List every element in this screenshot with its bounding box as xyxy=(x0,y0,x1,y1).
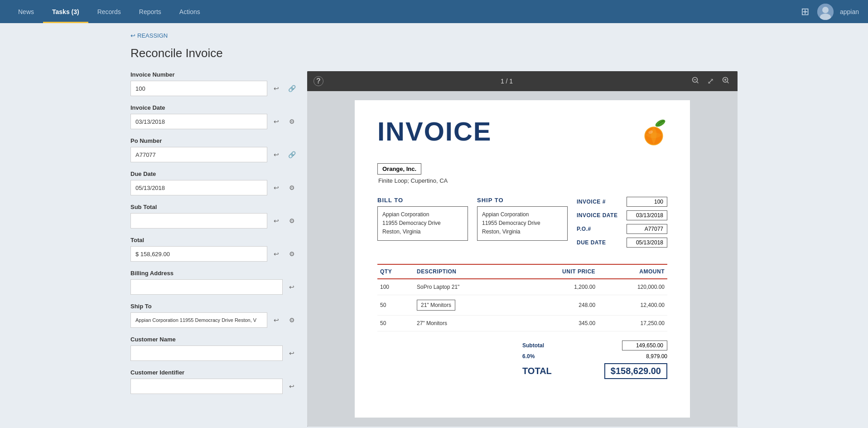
company-name: Orange, Inc. xyxy=(377,163,421,175)
po-number-input[interactable] xyxy=(130,147,267,162)
po-number-arrow-btn[interactable]: ↩ xyxy=(270,148,283,161)
due-date-label: Due Date xyxy=(130,170,298,177)
svg-point-10 xyxy=(654,118,666,128)
total-input[interactable] xyxy=(130,246,267,262)
total-gear-btn[interactable]: ⚙ xyxy=(285,248,298,260)
reassign-icon: ↩ xyxy=(130,32,135,39)
table-row: 50 21" Monitors 248.00 12,400.00 xyxy=(377,295,667,316)
meta-po: P.O.# A77077 xyxy=(577,224,667,234)
svg-line-5 xyxy=(697,82,698,83)
customer-identifier-row: ↩ xyxy=(130,379,298,394)
invoice-number-link-btn[interactable]: 🔗 xyxy=(285,82,298,95)
ship-to-label: Ship To xyxy=(130,303,298,310)
col-unit-price: UNIT PRICE xyxy=(516,264,598,279)
page-container: ↩ REASSIGN Reconcile Invoice Invoice Num… xyxy=(117,23,751,428)
sub-total-arrow-btn[interactable]: ↩ xyxy=(270,214,283,227)
row2-amount: 12,400.00 xyxy=(598,295,667,316)
col-description: DESCRIPTION xyxy=(414,264,516,279)
po-number-link-btn[interactable]: 🔗 xyxy=(285,148,298,161)
row2-description: 21" Monitors xyxy=(414,295,516,316)
meta-invoice-num-label: INVOICE # xyxy=(577,199,606,205)
bill-to-line2: 11955 Democracy Drive xyxy=(382,219,463,228)
po-number-label: Po Number xyxy=(130,137,298,144)
grid-icon[interactable]: ⊞ xyxy=(799,4,811,19)
po-number-field: Po Number ↩ 🔗 xyxy=(130,137,298,162)
nav-item-records[interactable]: Records xyxy=(88,0,130,23)
meta-po-value: A77077 xyxy=(627,224,667,234)
ship-to-gear-btn[interactable]: ⚙ xyxy=(285,314,298,326)
tax-row: 6.0% 8,979.00 xyxy=(522,353,667,360)
nav-item-actions[interactable]: Actions xyxy=(170,0,209,23)
ship-to-input[interactable] xyxy=(130,312,267,328)
table-row: 50 27" Monitors 345.00 17,250.00 xyxy=(377,316,667,331)
pdf-content[interactable]: INVOICE xyxy=(307,91,738,427)
customer-name-field: Customer Name ↩ xyxy=(130,336,298,361)
customer-name-arrow-btn[interactable]: ↩ xyxy=(285,347,298,360)
customer-identifier-input[interactable] xyxy=(130,379,283,394)
row1-unit-price: 1,200.00 xyxy=(516,279,598,295)
invoice-date-gear-btn[interactable]: ⚙ xyxy=(285,115,298,128)
sub-total-input[interactable] xyxy=(130,213,267,229)
grand-total-row: TOTAL $158,629.00 xyxy=(522,363,667,379)
company-address: Finite Loop; Cupertino, CA xyxy=(377,177,667,184)
bill-to-address: Appian Corporation 11955 Democracy Drive… xyxy=(377,206,468,241)
pdf-help-btn[interactable]: ? xyxy=(313,76,323,86)
ship-to-column: SHIP TO Appian Corporation 11955 Democra… xyxy=(477,197,568,241)
invoice-date-input[interactable] xyxy=(130,114,267,129)
items-table-body: 100 SoPro Laptop 21" 1,200.00 120,000.00… xyxy=(377,279,667,331)
avatar[interactable] xyxy=(817,4,834,20)
billing-address-label: Billing Address xyxy=(130,270,298,277)
pdf-toolbar-right: ⤢ xyxy=(690,74,731,88)
row1-amount: 120,000.00 xyxy=(598,279,667,295)
customer-name-input[interactable] xyxy=(130,345,283,361)
tax-label: 6.0% xyxy=(522,353,535,360)
pdf-expand-btn[interactable]: ⤢ xyxy=(705,74,716,88)
pdf-zoom-out-btn[interactable] xyxy=(690,75,701,88)
invoice-date-field: Invoice Date ↩ ⚙ xyxy=(130,104,298,129)
invoice-title: INVOICE xyxy=(377,118,492,145)
row2-unit-price: 248.00 xyxy=(516,295,598,316)
due-date-input[interactable] xyxy=(130,180,267,195)
username-label[interactable]: appian xyxy=(840,8,859,15)
grand-total-label: TOTAL xyxy=(522,366,552,376)
ship-to-section-label: SHIP TO xyxy=(477,197,568,204)
row3-amount: 17,250.00 xyxy=(598,316,667,331)
total-arrow-btn[interactable]: ↩ xyxy=(270,248,283,260)
nav-item-tasks[interactable]: Tasks (3) xyxy=(43,0,88,23)
billing-address-row: ↩ xyxy=(130,279,298,295)
row3-unit-price: 345.00 xyxy=(516,316,598,331)
customer-identifier-label: Customer Identifier xyxy=(130,369,298,376)
meta-invoice-date: INVOICE DATE 03/13/2018 xyxy=(577,210,667,220)
reassign-link[interactable]: ↩ REASSIGN xyxy=(130,32,738,39)
billing-address-arrow-btn[interactable]: ↩ xyxy=(285,281,298,293)
invoice-header: INVOICE xyxy=(377,118,667,150)
pdf-zoom-in-btn[interactable] xyxy=(720,75,731,88)
col-amount: AMOUNT xyxy=(598,264,667,279)
invoice-date-arrow-btn[interactable]: ↩ xyxy=(270,115,283,128)
customer-name-label: Customer Name xyxy=(130,336,298,343)
reassign-label: REASSIGN xyxy=(137,32,168,39)
meta-invoice-date-label: INVOICE DATE xyxy=(577,212,617,219)
subtotal-label: Subtotal xyxy=(522,342,544,349)
totals-container: Subtotal 149,650.00 6.0% 8,979.00 TOTAL … xyxy=(377,340,667,379)
sub-total-gear-btn[interactable]: ⚙ xyxy=(285,214,298,227)
due-date-gear-btn[interactable]: ⚙ xyxy=(285,181,298,194)
nav-item-reports[interactable]: Reports xyxy=(130,0,170,23)
tax-value: 8,979.00 xyxy=(646,353,667,360)
subtotal-value: 149,650.00 xyxy=(622,340,667,350)
meta-due-date: DUE DATE 05/13/2018 xyxy=(577,238,667,248)
billing-address-input[interactable] xyxy=(130,279,283,295)
customer-identifier-arrow-btn[interactable]: ↩ xyxy=(285,380,298,393)
ship-to-arrow-btn[interactable]: ↩ xyxy=(270,314,283,326)
invoice-number-input[interactable] xyxy=(130,81,267,96)
ship-to-row: ↩ ⚙ xyxy=(130,312,298,328)
row1-qty: 100 xyxy=(377,279,414,295)
due-date-arrow-btn[interactable]: ↩ xyxy=(270,181,283,194)
company-logo xyxy=(640,118,667,150)
invoice-document: INVOICE xyxy=(355,100,690,418)
nav-item-news[interactable]: News xyxy=(9,0,43,23)
form-panel: Invoice Number ↩ 🔗 Invoice Date ↩ ⚙ Po N… xyxy=(130,71,298,402)
ship-to-address: Appian Corporation 11955 Democracy Drive… xyxy=(477,206,568,241)
invoice-number-arrow-btn[interactable]: ↩ xyxy=(270,82,283,95)
svg-point-1 xyxy=(822,7,829,13)
